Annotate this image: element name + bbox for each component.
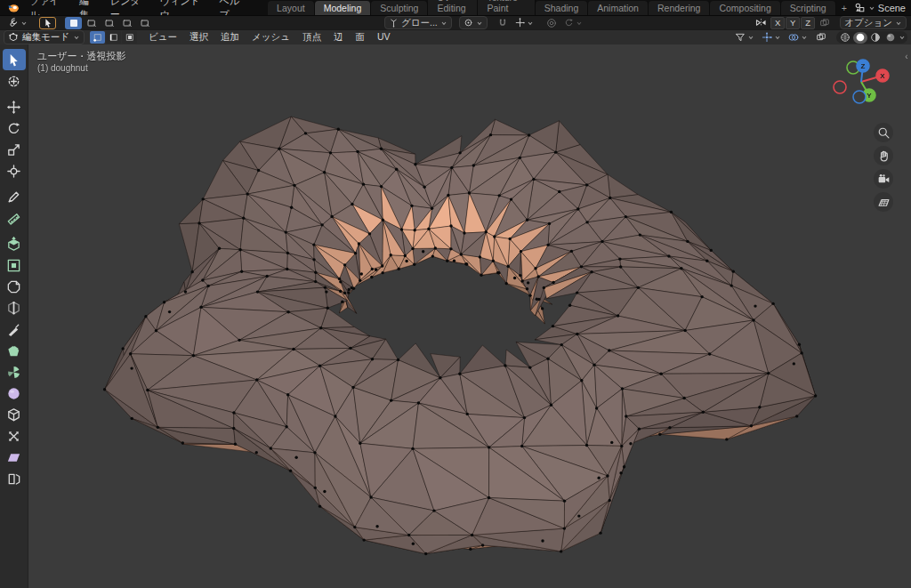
- topbar: ファイル編集レンダーウィンドウヘルプ LayoutModelingSculpti…: [0, 0, 911, 15]
- visibility-filter-icon[interactable]: [732, 31, 757, 44]
- workspace-tab-layout[interactable]: Layout: [268, 1, 315, 15]
- sidebar-collapse-arrow[interactable]: ‹: [902, 52, 911, 61]
- select-invert-icon[interactable]: [118, 17, 135, 29]
- workspace-tab-modeling[interactable]: Modeling: [315, 1, 372, 15]
- pivot-dropdown[interactable]: [459, 16, 488, 29]
- viewport-menu-7[interactable]: UV: [371, 30, 397, 44]
- svg-text:Y: Y: [867, 92, 872, 100]
- mode-dropdown[interactable]: 編集モード: [4, 30, 85, 44]
- options-dropdown[interactable]: オプション: [840, 16, 907, 29]
- xray-icon[interactable]: [812, 31, 829, 44]
- workspace-tab-texture-paint[interactable]: Texture Paint: [478, 0, 535, 15]
- wireframe-shading-icon[interactable]: [838, 32, 852, 44]
- gizmos-icon[interactable]: [759, 31, 784, 44]
- navigation-gizmo[interactable]: XYZ: [829, 52, 899, 121]
- pan-hand-icon[interactable]: [874, 146, 893, 165]
- select-intersect-icon[interactable]: [136, 17, 153, 29]
- shear-tool[interactable]: [3, 447, 26, 468]
- viewport-menu-1[interactable]: 選択: [183, 30, 214, 44]
- smooth-tool[interactable]: [3, 383, 26, 404]
- cursor-tool[interactable]: [3, 70, 26, 92]
- viewport-3d[interactable]: ユーザー・透視投影 (1) doughnut XYZ ‹: [0, 44, 911, 588]
- edge-select-icon[interactable]: [106, 31, 121, 44]
- axis-z-neg: [853, 91, 866, 103]
- active-tool-indicator[interactable]: [39, 17, 56, 29]
- workspace-tab-shading[interactable]: Shading: [536, 1, 589, 15]
- shrink-fatten-tool[interactable]: [3, 425, 26, 447]
- viewport-menu-4[interactable]: 頂点: [296, 30, 327, 44]
- workspace-tab-scripting[interactable]: Scripting: [781, 1, 836, 15]
- rip-region-tool[interactable]: [3, 468, 26, 489]
- edit-mode-icon: [8, 32, 19, 43]
- select-box-tool[interactable]: [3, 49, 26, 70]
- extrude-region-tool[interactable]: [3, 233, 26, 254]
- camera-view-icon[interactable]: [874, 169, 893, 189]
- mode-label: 編集モード: [22, 31, 69, 44]
- blender-logo-icon[interactable]: [5, 2, 21, 14]
- bevel-tool[interactable]: [3, 276, 26, 297]
- scale-tool[interactable]: [3, 139, 26, 160]
- vertex-select-icon[interactable]: [90, 31, 105, 44]
- rotate-tool[interactable]: [3, 117, 26, 139]
- scene-selector[interactable]: Scene: [854, 2, 906, 13]
- falloff-dropdown[interactable]: [561, 17, 585, 29]
- zoom-icon[interactable]: [874, 123, 893, 142]
- face-select-icon[interactable]: [122, 31, 137, 44]
- orientation-dropdown[interactable]: グロー...: [384, 16, 452, 29]
- snap-icon[interactable]: [816, 17, 833, 29]
- workspace-tab-animation[interactable]: Animation: [588, 1, 649, 15]
- chevron-down-icon: [73, 34, 80, 41]
- viewport-menu-6[interactable]: 面: [349, 30, 371, 44]
- viewport-labels: ユーザー・透視投影 (1) doughnut: [37, 50, 126, 75]
- overlays-icon[interactable]: [786, 31, 810, 44]
- mirror-axis-z[interactable]: Z: [801, 17, 815, 29]
- viewport-menu-3[interactable]: メッシュ: [246, 30, 296, 44]
- scene-icon: [854, 2, 866, 13]
- workspace-tab-compositing[interactable]: Compositing: [710, 1, 780, 15]
- poly-build-tool[interactable]: [3, 340, 26, 361]
- select-subtract-icon[interactable]: [101, 17, 117, 29]
- options-label: オプション: [844, 17, 892, 29]
- select-mode-group: [90, 31, 137, 44]
- measure-tool[interactable]: [3, 207, 26, 229]
- viewport-menus: ビュー選択追加メッシュ頂点辺面UV: [142, 30, 397, 44]
- orientation-label: グロー...: [401, 17, 438, 29]
- tool-settings-bar: グロー... XYZ オプション: [0, 15, 911, 29]
- spin-tool[interactable]: [3, 361, 26, 383]
- snap-target-dropdown[interactable]: [512, 17, 536, 29]
- transform-tool[interactable]: [3, 160, 26, 181]
- view-perspective-label: ユーザー・透視投影: [37, 50, 126, 62]
- proportional-editing-icon[interactable]: [544, 17, 560, 29]
- svg-text:X: X: [880, 72, 885, 80]
- select-set-icon[interactable]: [65, 17, 82, 29]
- doughnut-mesh-canvas[interactable]: [0, 44, 911, 588]
- inset-faces-tool[interactable]: [3, 254, 26, 276]
- knife-tool[interactable]: [3, 318, 26, 340]
- shading-mode-group: [836, 31, 907, 44]
- workspace-tab-rendering[interactable]: Rendering: [649, 1, 710, 15]
- shading-dropdown[interactable]: [899, 34, 906, 41]
- rendered-shading-icon[interactable]: [883, 32, 898, 44]
- move-tool[interactable]: [3, 96, 26, 117]
- select-extend-icon[interactable]: [83, 17, 100, 29]
- magnet-icon[interactable]: [495, 17, 512, 29]
- solid-shading-icon[interactable]: [853, 32, 867, 44]
- viewport-menu-5[interactable]: 辺: [327, 30, 350, 44]
- active-object-label: (1) doughnut: [37, 62, 126, 75]
- edge-slide-tool[interactable]: [3, 404, 26, 425]
- loop-cut-tool[interactable]: [3, 297, 26, 318]
- viewport-menu-2[interactable]: 追加: [214, 30, 246, 44]
- workspace-tab-uv-editing[interactable]: UV Editing: [428, 0, 478, 15]
- add-workspace-button[interactable]: +: [836, 1, 852, 15]
- material-shading-icon[interactable]: [868, 32, 883, 44]
- editor-type-dropdown[interactable]: [4, 17, 30, 29]
- mirror-axis-x[interactable]: X: [770, 17, 785, 29]
- workspace-tab-sculpting[interactable]: Sculpting: [371, 1, 428, 15]
- mirror-icon[interactable]: [753, 17, 770, 29]
- viewport-menu-0[interactable]: ビュー: [142, 30, 183, 44]
- svg-text:Z: Z: [861, 62, 866, 70]
- mirror-axis-y[interactable]: Y: [786, 17, 800, 29]
- ortho-grid-icon[interactable]: [874, 192, 893, 212]
- axis-x-neg: [834, 81, 846, 93]
- annotate-tool[interactable]: [3, 186, 26, 207]
